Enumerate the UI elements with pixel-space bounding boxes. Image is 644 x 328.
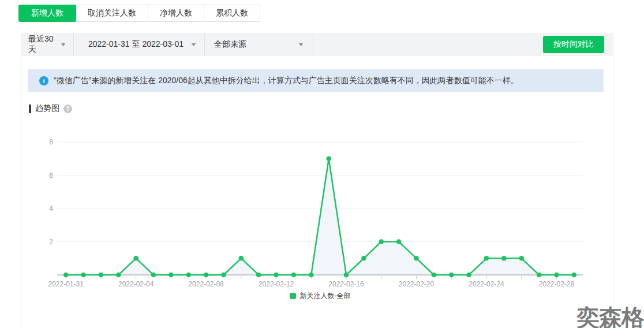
svg-text:6: 6: [49, 172, 53, 180]
chart-legend[interactable]: 新关注人数-全部: [57, 291, 583, 301]
svg-text:8: 8: [49, 138, 53, 146]
legend-marker: [290, 293, 296, 299]
analytics-page: 新增人数 取消关注人数 净增人数 累积人数 最近30天 ▼ 2022-01-31…: [0, 0, 644, 328]
svg-text:2022-02-12: 2022-02-12: [259, 280, 294, 288]
svg-text:2022-02-28: 2022-02-28: [539, 280, 575, 288]
svg-text:2: 2: [49, 238, 53, 246]
trend-chart[interactable]: 24682022-01-312022-02-042022-02-082022-0…: [0, 0, 644, 328]
svg-text:2022-02-24: 2022-02-24: [469, 280, 504, 288]
legend-label: 新关注人数-全部: [300, 291, 351, 301]
watermark: 奕森格: [576, 306, 644, 328]
svg-text:2022-02-04: 2022-02-04: [118, 280, 154, 288]
svg-text:2022-01-31: 2022-01-31: [48, 280, 84, 288]
svg-text:2022-02-16: 2022-02-16: [328, 280, 364, 288]
svg-text:4: 4: [49, 204, 53, 213]
tab-new-followers[interactable]: 新增人数: [18, 5, 76, 22]
svg-text:2022-02-20: 2022-02-20: [399, 280, 435, 288]
svg-text:2022-02-08: 2022-02-08: [188, 280, 224, 288]
